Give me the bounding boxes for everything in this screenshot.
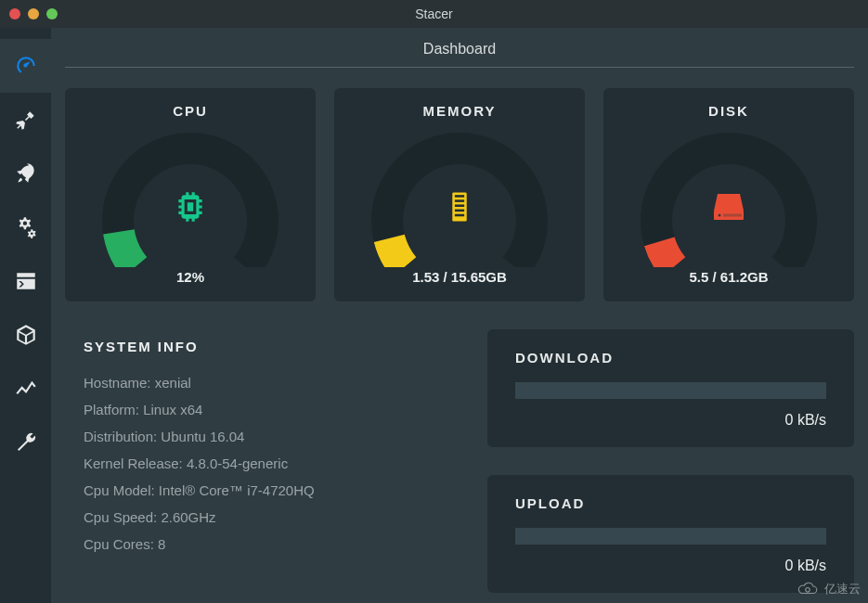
upload-bar — [515, 528, 826, 545]
cpu-card: CPU 12% — [65, 88, 316, 302]
disk-icon — [710, 190, 747, 227]
system-info-row: Platform: Linux x64 — [84, 402, 450, 417]
memory-value: 1.53 / 15.65GB — [412, 269, 507, 285]
download-card: DOWNLOAD 0 kB/s — [487, 329, 854, 447]
divider — [65, 67, 854, 68]
cleaner-icon — [14, 108, 38, 132]
system-info-row: Hostname: xenial — [84, 375, 450, 391]
window-title: Stacer — [0, 6, 868, 21]
system-info-title: SYSTEM INFO — [84, 339, 450, 354]
system-info-row: Cpu Cores: 8 — [84, 536, 450, 552]
cpu-value: 12% — [176, 269, 204, 285]
svg-rect-1 — [455, 195, 464, 198]
dashboard-icon — [14, 54, 38, 78]
watermark-text: 亿速云 — [824, 581, 861, 597]
svg-rect-5 — [455, 214, 464, 217]
memory-icon — [445, 190, 474, 227]
chart-line-icon — [14, 377, 38, 401]
titlebar: Stacer — [0, 0, 868, 28]
memory-title: MEMORY — [423, 103, 497, 119]
gauge-row: CPU 12% MEMORY 1.53 / 15.65 — [65, 88, 854, 302]
upload-card: UPLOAD 0 kB/s — [487, 475, 854, 593]
sidebar-item-services[interactable] — [0, 200, 51, 254]
system-info-panel: SYSTEM INFO Hostname: xenialPlatform: Li… — [65, 329, 469, 593]
svg-point-7 — [719, 214, 721, 217]
svg-rect-3 — [455, 204, 464, 207]
main-content: Dashboard CPU 12% MEMORY — [51, 28, 868, 603]
svg-rect-8 — [723, 214, 742, 217]
svg-rect-2 — [455, 199, 464, 202]
cpu-title: CPU — [173, 103, 208, 119]
rocket-icon — [14, 161, 38, 186]
system-info-row: Cpu Model: Intel® Core™ i7-4720HQ — [84, 482, 450, 498]
sidebar-item-settings[interactable] — [0, 416, 51, 469]
gears-icon — [14, 215, 38, 239]
disk-title: DISK — [708, 103, 749, 119]
watermark: 亿速云 — [797, 581, 861, 597]
memory-card: MEMORY 1.53 / 15.65GB — [334, 88, 585, 302]
package-icon — [14, 323, 38, 347]
disk-card: DISK 5.5 / 61.2GB — [603, 88, 854, 302]
sidebar-item-cleaner[interactable] — [0, 93, 51, 147]
cpu-icon — [173, 189, 208, 228]
download-rate: 0 kB/s — [515, 412, 826, 429]
svg-rect-4 — [455, 210, 464, 212]
wrench-icon — [14, 430, 38, 455]
sidebar-item-packages[interactable] — [0, 308, 51, 362]
download-bar — [515, 382, 826, 399]
sidebar-item-dashboard[interactable] — [0, 39, 51, 93]
terminal-icon — [14, 269, 38, 293]
disk-value: 5.5 / 61.2GB — [689, 269, 768, 285]
upload-title: UPLOAD — [515, 495, 826, 511]
download-title: DOWNLOAD — [515, 350, 826, 366]
system-info-row: Distribution: Ubuntu 16.04 — [84, 429, 450, 444]
system-info-row: Cpu Speed: 2.60GHz — [84, 509, 450, 525]
svg-point-9 — [806, 588, 810, 593]
page-title: Dashboard — [65, 28, 854, 67]
upload-rate: 0 kB/s — [515, 558, 826, 574]
cloud-icon — [797, 581, 819, 597]
sidebar-item-processes[interactable] — [0, 254, 51, 308]
sidebar-item-resources[interactable] — [0, 362, 51, 416]
sidebar — [0, 28, 51, 603]
sidebar-item-startup[interactable] — [0, 147, 51, 200]
system-info-row: Kernel Release: 4.8.0-54-generic — [84, 455, 450, 471]
